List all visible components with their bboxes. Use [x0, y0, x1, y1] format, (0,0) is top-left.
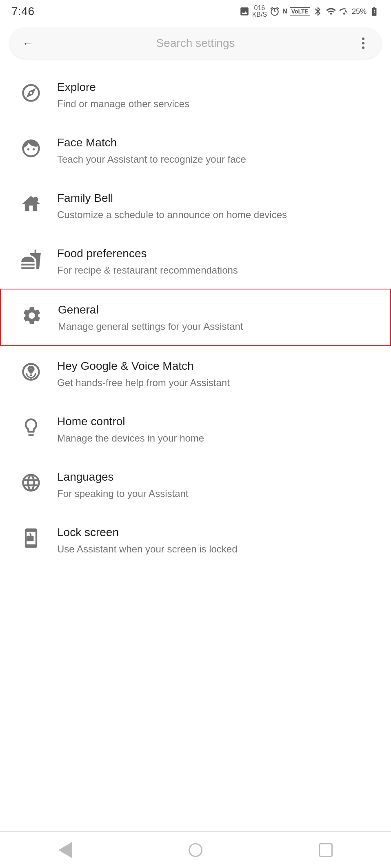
hey-google-title: Hey Google & Voice Match	[57, 359, 375, 373]
lock-screen-subtitle: Use Assistant when your screen is locked	[57, 542, 375, 556]
family-bell-text: Family Bell Customize a schedule to anno…	[57, 189, 375, 222]
alarm-icon	[269, 6, 280, 17]
languages-text: Languages For speaking to your Assistant	[57, 468, 375, 501]
search-bar-container: ← Search settings	[0, 21, 391, 67]
face-icon	[16, 134, 46, 163]
settings-item-general[interactable]: General Manage general settings for your…	[0, 289, 391, 346]
lightbulb-icon	[16, 413, 46, 442]
search-input[interactable]: Search settings	[36, 37, 355, 50]
recent-square-icon	[319, 843, 333, 857]
back-arrow-icon: ←	[22, 37, 33, 50]
gear-icon	[17, 301, 47, 330]
status-time: 7:46	[11, 5, 35, 18]
explore-text: Explore Find or manage other services	[57, 78, 375, 111]
svg-point-2	[29, 369, 33, 373]
bluetooth-icon	[313, 6, 323, 17]
hey-google-subtitle: Get hands-free help from your Assistant	[57, 376, 375, 390]
family-bell-subtitle: Customize a schedule to announce on home…	[57, 208, 375, 222]
home-bell-icon	[16, 189, 46, 219]
nav-back-button[interactable]	[51, 836, 80, 864]
languages-title: Languages	[57, 470, 375, 484]
nav-recent-button[interactable]	[311, 836, 340, 864]
three-dots-icon	[362, 38, 364, 49]
back-button[interactable]: ←	[20, 35, 36, 51]
speed-indicator: 016KB/S	[252, 5, 267, 18]
wifi-icon	[326, 6, 336, 17]
face-match-text: Face Match Teach your Assistant to recog…	[57, 134, 375, 166]
explore-subtitle: Find or manage other services	[57, 97, 375, 111]
general-subtitle: Manage general settings for your Assista…	[58, 320, 374, 334]
lock-screen-text: Lock screen Use Assistant when your scre…	[57, 523, 375, 556]
compass-icon	[16, 78, 46, 108]
globe-icon	[16, 468, 46, 497]
lock-screen-icon	[16, 523, 46, 553]
settings-item-hey-google[interactable]: Hey Google & Voice Match Get hands-free …	[0, 346, 391, 401]
utensils-icon	[16, 245, 46, 274]
nfc-icon: N	[282, 8, 287, 15]
general-title: General	[58, 303, 374, 317]
home-control-title: Home control	[57, 414, 375, 429]
home-control-text: Home control Manage the devices in your …	[57, 413, 375, 445]
back-triangle-icon	[58, 842, 72, 858]
search-bar[interactable]: ← Search settings	[10, 28, 381, 59]
food-preferences-subtitle: For recipe & restaurant recommendations	[57, 263, 375, 277]
settings-item-food-preferences[interactable]: Food preferences For recipe & restaurant…	[0, 233, 391, 289]
settings-item-explore[interactable]: Explore Find or manage other services	[0, 67, 391, 122]
nav-home-button[interactable]	[181, 836, 210, 864]
more-options-button[interactable]	[355, 35, 371, 51]
languages-subtitle: For speaking to your Assistant	[57, 487, 375, 501]
voice-match-icon	[16, 357, 46, 387]
explore-title: Explore	[57, 80, 375, 95]
search-placeholder: Search settings	[156, 37, 235, 49]
face-match-subtitle: Teach your Assistant to recognize your f…	[57, 152, 375, 166]
home-circle-icon	[189, 843, 202, 857]
settings-item-home-control[interactable]: Home control Manage the devices in your …	[0, 401, 391, 457]
lock-screen-title: Lock screen	[57, 525, 375, 540]
general-text: General Manage general settings for your…	[58, 301, 374, 334]
home-control-subtitle: Manage the devices in your home	[57, 431, 375, 445]
family-bell-title: Family Bell	[57, 191, 375, 205]
settings-item-lock-screen[interactable]: Lock screen Use Assistant when your scre…	[0, 512, 391, 568]
volte-icon: VoLTE	[290, 7, 310, 15]
status-icons: 016KB/S N VoLTE 25%	[239, 5, 380, 18]
face-match-title: Face Match	[57, 135, 375, 150]
food-preferences-text: Food preferences For recipe & restaurant…	[57, 245, 375, 277]
food-preferences-title: Food preferences	[57, 246, 375, 261]
signal-icon	[339, 6, 349, 17]
battery-icon	[369, 6, 380, 17]
settings-item-languages[interactable]: Languages For speaking to your Assistant	[0, 457, 391, 512]
settings-item-face-match[interactable]: Face Match Teach your Assistant to recog…	[0, 122, 391, 178]
hey-google-text: Hey Google & Voice Match Get hands-free …	[57, 357, 375, 390]
settings-item-family-bell[interactable]: Family Bell Customize a schedule to anno…	[0, 178, 391, 233]
bottom-navigation	[0, 831, 391, 868]
status-bar: 7:46 016KB/S N VoLTE 25%	[0, 0, 391, 21]
image-icon	[239, 6, 250, 17]
battery-percentage: 25%	[352, 7, 367, 16]
settings-list: Explore Find or manage other services Fa…	[0, 67, 391, 608]
